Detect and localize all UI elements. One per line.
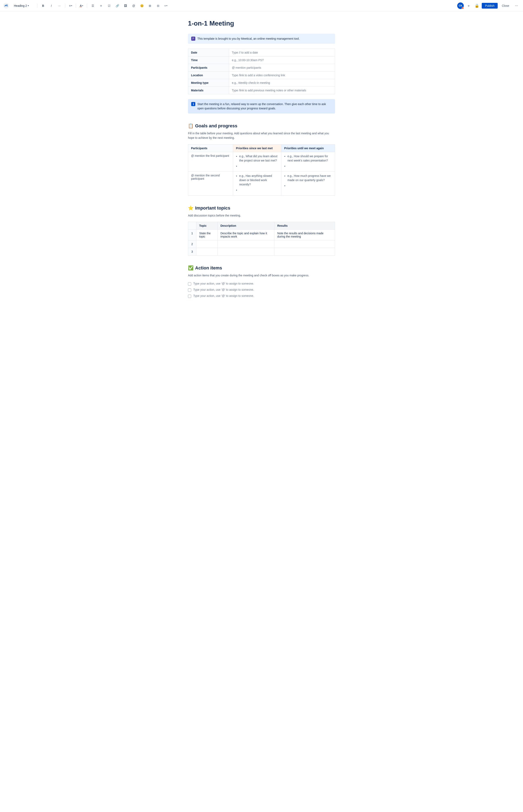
text-color-button[interactable]: A ▾ [78, 2, 84, 9]
spacer-1 [188, 118, 335, 123]
action-checkbox-1[interactable] [188, 282, 191, 286]
emoji-button[interactable]: 😊 [139, 2, 145, 9]
image-button[interactable]: 🖼 [122, 2, 129, 9]
goals-col-priorities-until: Priorities until we meet again [281, 144, 335, 152]
publish-button[interactable]: Publish [482, 3, 498, 8]
action-text-3[interactable]: Type your action, use '@' to assign to s… [193, 294, 254, 297]
layout-button[interactable]: ⊟ [155, 2, 161, 9]
bullet-list-button[interactable]: ☰ [89, 2, 96, 9]
page-content: 1-on-1 Meeting P This template is brough… [184, 12, 339, 317]
priorities-since-1[interactable]: e.g., What did you learn about the proje… [233, 152, 281, 172]
table-row: 3 [188, 248, 335, 255]
topics-col-description: Description [218, 222, 274, 230]
topic-desc-3[interactable] [218, 248, 274, 255]
chevron-down-icon: ▾ [28, 4, 29, 7]
heading-style-selector[interactable]: Heading 2 ▾ [12, 3, 35, 8]
info-value-meeting-type[interactable]: e.g., Weekly check-in meeting [229, 79, 335, 87]
info-label-materials: Materials [188, 87, 229, 94]
bold-button[interactable]: B [40, 2, 47, 9]
goals-description: Fill in the table before your meeting. A… [188, 131, 335, 140]
priorities-since-2[interactable]: e.g., Has anything slowed down or blocke… [233, 172, 281, 195]
chevron-down-icon: ▾ [166, 4, 167, 7]
warmup-info-box: ℹ Start the meeting in a fun, relaxed wa… [188, 99, 335, 113]
spacer-3 [188, 261, 335, 265]
topic-1[interactable]: State the topic [196, 230, 218, 241]
table-row: 2 [188, 241, 335, 248]
mention-button[interactable]: @ [130, 2, 137, 9]
toolbar-right: CK ＋ 🔒 Publish Close ··· [457, 2, 520, 9]
topics-col-num [188, 222, 196, 230]
info-label-date: Date [188, 49, 229, 56]
numbered-list-button[interactable]: ≡ [98, 2, 104, 9]
info-value-location[interactable]: Type /link to add a video conferencing l… [229, 72, 335, 79]
info-value-time[interactable]: e.g., 10:00-10:30am PST [229, 56, 335, 64]
link-button[interactable]: 🔗 [114, 2, 121, 9]
topics-emoji: ⭐ [188, 206, 194, 211]
priorities-until-2[interactable]: e.g., How much progress have we made on … [281, 172, 335, 195]
heading-style-label: Heading 2 [14, 4, 27, 7]
add-button[interactable]: ＋ [465, 2, 472, 9]
chevron-down-icon: ▾ [82, 4, 83, 7]
table-row: Date Type // to add a date [188, 49, 335, 56]
goals-heading: 📋 Goals and progress [188, 123, 335, 128]
action-checkbox-3[interactable] [188, 295, 191, 298]
topic-results-2[interactable] [274, 241, 335, 248]
topic-num-1: 1 [188, 230, 196, 241]
action-emoji: ✅ [188, 265, 194, 271]
action-text-1[interactable]: Type your action, use '@' to assign to s… [193, 282, 254, 285]
info-label-meeting-type: Meeting type [188, 79, 229, 87]
goals-table: Participants Priorities since we last me… [188, 144, 335, 196]
topics-heading: ⭐ Important topics [188, 206, 335, 211]
topics-description: Add discussion topics before the meeting… [188, 213, 335, 218]
table-button[interactable]: ⊞ [147, 2, 153, 9]
topic-results-1[interactable]: Note the results and decisions made duri… [274, 230, 335, 241]
topic-desc-1[interactable]: Describe the topic and explain how it im… [218, 230, 274, 241]
topic-results-3[interactable] [274, 248, 335, 255]
info-icon: P [191, 37, 195, 41]
table-row: 1 State the topic Describe the topic and… [188, 230, 335, 241]
more-format-button[interactable]: ··· [56, 2, 63, 9]
warmup-note: Start the meeting in a fun, relaxed way … [197, 102, 332, 111]
goals-col-priorities-since: Priorities since we last met [233, 144, 281, 152]
table-row: Participants @ mention participants [188, 64, 335, 72]
topics-col-topic: Topic [196, 222, 218, 230]
app-logo [3, 3, 9, 8]
action-text-2[interactable]: Type your action, use '@' to assign to s… [193, 288, 254, 291]
page-title[interactable]: 1-on-1 Meeting [188, 20, 335, 27]
close-button[interactable]: Close [499, 3, 511, 8]
chevron-down-icon: ▾ [71, 4, 72, 7]
table-row: Location Type /link to add a video confe… [188, 72, 335, 79]
share-button[interactable]: 🔒 [473, 2, 480, 9]
align-button[interactable]: ≡ ▾ [68, 2, 73, 9]
avatar[interactable]: CK [457, 2, 464, 9]
action-checkbox-2[interactable] [188, 288, 191, 292]
action-item-2: Type your action, use '@' to assign to s… [188, 288, 335, 292]
toolbar: Heading 2 ▾ B I ··· ≡ ▾ A ▾ ☰ ≡ ☑ 🔗 🖼 @ … [0, 0, 523, 12]
table-row: @ mention the second participant e.g., H… [188, 172, 335, 195]
info-table: Date Type // to add a date Time e.g., 10… [188, 49, 335, 94]
more-options-button[interactable]: ··· [513, 2, 520, 9]
template-note: This template is brought to you by Meeti… [197, 37, 300, 41]
goals-emoji: 📋 [188, 123, 194, 128]
info-label-location: Location [188, 72, 229, 79]
topic-2[interactable] [196, 241, 218, 248]
table-row: Meeting type e.g., Weekly check-in meeti… [188, 79, 335, 87]
participant-2[interactable]: @ mention the second participant [188, 172, 233, 195]
goals-col-participants: Participants [188, 144, 233, 152]
info-value-participants[interactable]: @ mention participants [229, 64, 335, 72]
info-value-materials[interactable]: Type /link to add previous meeting notes… [229, 87, 335, 94]
info-circle-icon: ℹ [191, 102, 195, 106]
more-insert-button[interactable]: + ▾ [163, 2, 168, 9]
action-item-1: Type your action, use '@' to assign to s… [188, 282, 335, 286]
info-value-date[interactable]: Type // to add a date [229, 49, 335, 56]
priorities-until-1[interactable]: e.g., How should we prepare for next wee… [281, 152, 335, 172]
topic-desc-2[interactable] [218, 241, 274, 248]
topics-col-results: Results [274, 222, 335, 230]
italic-button[interactable]: I [48, 2, 55, 9]
action-heading: ✅ Action items [188, 265, 335, 271]
topic-3[interactable] [196, 248, 218, 255]
table-row: Time e.g., 10:00-10:30am PST [188, 56, 335, 64]
toolbar-divider-3 [76, 4, 76, 8]
task-list-button[interactable]: ☑ [106, 2, 112, 9]
participant-1[interactable]: @ mention the first participant [188, 152, 233, 172]
